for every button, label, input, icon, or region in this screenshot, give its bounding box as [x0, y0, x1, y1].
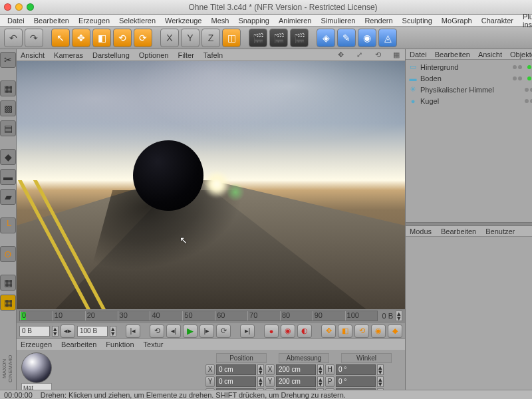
object-row[interactable]: ☀ Physikalischer Himmel ◉: [406, 84, 532, 95]
mat-menu-erzeugen[interactable]: Erzeugen: [21, 340, 52, 348]
menu-charakter[interactable]: Charakter: [477, 15, 518, 26]
menu-selektieren[interactable]: Selektieren: [114, 15, 160, 26]
texture-mode-icon[interactable]: ▩: [0, 100, 16, 116]
mat-menu-funktion[interactable]: Funktion: [106, 340, 134, 348]
edge-mode-icon[interactable]: ▬: [0, 169, 16, 185]
visibility-dots[interactable]: [513, 76, 522, 80]
last-tool[interactable]: ⟳: [134, 29, 152, 47]
menu-mograph[interactable]: MoGraph: [437, 15, 477, 26]
minimize-icon[interactable]: [15, 3, 23, 11]
range-end-field[interactable]: 100 B: [77, 326, 108, 336]
object-name[interactable]: Hintergrund: [420, 63, 510, 71]
goto-end-button[interactable]: ▸|: [240, 325, 255, 338]
object-name[interactable]: Physikalischer Himmel: [420, 86, 522, 94]
dim-field[interactable]: 200 cm: [276, 364, 316, 375]
visibility-dots[interactable]: [525, 99, 532, 103]
om-menu-datei[interactable]: Datei: [410, 51, 427, 59]
object-row[interactable]: ▭ Hintergrund ◉ ◐: [406, 61, 532, 72]
vp-menu-filter[interactable]: Filter: [178, 51, 194, 59]
move-tool[interactable]: ✥: [72, 29, 90, 47]
step-fwd-button[interactable]: |▸: [200, 325, 214, 338]
key-pla-icon[interactable]: ◆: [388, 325, 402, 338]
enable-dot[interactable]: [527, 76, 531, 80]
select-tool[interactable]: ↖: [51, 29, 70, 47]
menu-bearbeiten[interactable]: Bearbeiten: [29, 15, 74, 26]
range-slider-icon[interactable]: ◂▸: [61, 325, 75, 338]
coord-system-button[interactable]: ◫: [222, 29, 241, 47]
zoom-icon[interactable]: [27, 3, 34, 11]
object-row[interactable]: ● Kugel ◉: [406, 95, 532, 106]
prev-key-button[interactable]: ⟲: [150, 325, 164, 338]
close-icon[interactable]: [4, 3, 11, 11]
attr-menu-benutzer[interactable]: Benutzer: [485, 227, 515, 235]
autokey-button[interactable]: ◉: [281, 325, 295, 338]
visibility-dots[interactable]: [525, 88, 532, 92]
play-button[interactable]: ▶: [183, 325, 198, 338]
spinner[interactable]: ▴▾: [317, 364, 324, 375]
viewport[interactable]: ↖: [17, 61, 405, 309]
render-settings-button[interactable]: 🎬: [290, 29, 309, 47]
y-axis-button[interactable]: Y: [181, 29, 200, 47]
key-param-icon[interactable]: ◉: [371, 325, 386, 338]
ang-field[interactable]: 0 °: [336, 364, 376, 375]
undo-button[interactable]: ↶: [4, 29, 23, 47]
object-name[interactable]: Boden: [420, 74, 510, 82]
spinner[interactable]: ▴▾: [257, 364, 264, 375]
make-editable-icon[interactable]: ✂: [0, 52, 16, 68]
om-menu-objekte[interactable]: Objekte: [510, 51, 532, 59]
vp-rotate-icon[interactable]: ⟲: [373, 51, 382, 60]
render-view-button[interactable]: 🎬: [249, 29, 267, 47]
menu-sculpting[interactable]: Sculpting: [398, 15, 437, 26]
ang-field[interactable]: 0 °: [336, 376, 376, 387]
menu-rendern[interactable]: Rendern: [360, 15, 397, 26]
z-axis-button[interactable]: Z: [201, 29, 220, 47]
enable-dot[interactable]: [527, 65, 531, 69]
polygon-mode-icon[interactable]: ▰: [0, 189, 16, 205]
workplane-icon[interactable]: ▤: [0, 120, 16, 136]
menu-plugins[interactable]: Plug-ins: [518, 11, 532, 30]
attr-menu-modus[interactable]: Modus: [410, 227, 432, 235]
x-axis-button[interactable]: X: [160, 29, 179, 47]
vp-menu-optionen[interactable]: Optionen: [139, 51, 169, 59]
om-menu-bearbeiten[interactable]: Bearbeiten: [435, 51, 470, 59]
menu-erzeugen[interactable]: Erzeugen: [74, 15, 114, 26]
locked-workplane-icon[interactable]: ▦: [0, 295, 16, 311]
menu-animieren[interactable]: Animieren: [274, 15, 317, 26]
redo-button[interactable]: ↷: [25, 29, 43, 47]
vp-zoom-icon[interactable]: ⤢: [354, 51, 364, 60]
vp-menu-kameras[interactable]: Kameras: [54, 51, 83, 59]
menu-werkzeuge[interactable]: Werkzeuge: [160, 15, 206, 26]
spinner[interactable]: ▴▾: [377, 364, 384, 375]
step-back-button[interactable]: ◂|: [166, 325, 181, 338]
timeline-ruler[interactable]: 0 10 20 30 40 50 60 70 80 90 100: [19, 311, 378, 321]
keyframe-sel-button[interactable]: ◐: [297, 325, 312, 338]
model-mode-icon[interactable]: ▦: [0, 80, 16, 96]
scale-tool[interactable]: ◧: [92, 29, 111, 47]
pos-field[interactable]: 0 cm: [216, 364, 256, 375]
attr-menu-bearbeiten[interactable]: Bearbeiten: [441, 227, 476, 235]
deformer-button[interactable]: ◬: [378, 29, 397, 47]
spline-button[interactable]: ✎: [337, 29, 356, 47]
primitive-cube-button[interactable]: ◈: [317, 29, 335, 47]
snap-icon[interactable]: ⊙: [0, 246, 16, 262]
workplane-mode-icon[interactable]: ▦: [0, 275, 16, 291]
spinner[interactable]: ▴▾: [52, 326, 59, 336]
goto-start-button[interactable]: |◂: [126, 325, 140, 338]
timeline-spinner[interactable]: ▴▾: [396, 311, 402, 321]
key-rot-icon[interactable]: ⟲: [354, 325, 369, 338]
menu-datei[interactable]: Datei: [3, 15, 29, 26]
sphere-object[interactable]: [133, 140, 203, 211]
vp-menu-darstellung[interactable]: Darstellung: [92, 51, 130, 59]
key-pos-icon[interactable]: ✥: [321, 325, 336, 338]
vp-layout-icon[interactable]: ▦: [392, 51, 401, 60]
menu-simulieren[interactable]: Simulieren: [316, 15, 360, 26]
menu-mesh[interactable]: Mesh: [206, 15, 233, 26]
spinner[interactable]: ▴▾: [377, 376, 384, 387]
next-key-button[interactable]: ⟳: [216, 325, 231, 338]
key-scale-icon[interactable]: ◧: [338, 325, 352, 338]
point-mode-icon[interactable]: ◆: [0, 149, 16, 165]
pos-field[interactable]: 0 cm: [216, 376, 256, 387]
object-row[interactable]: ▬ Boden ◉ ◐: [406, 72, 532, 84]
range-start-field[interactable]: 0 B: [19, 326, 50, 336]
vp-menu-ansicht[interactable]: Ansicht: [21, 51, 45, 59]
